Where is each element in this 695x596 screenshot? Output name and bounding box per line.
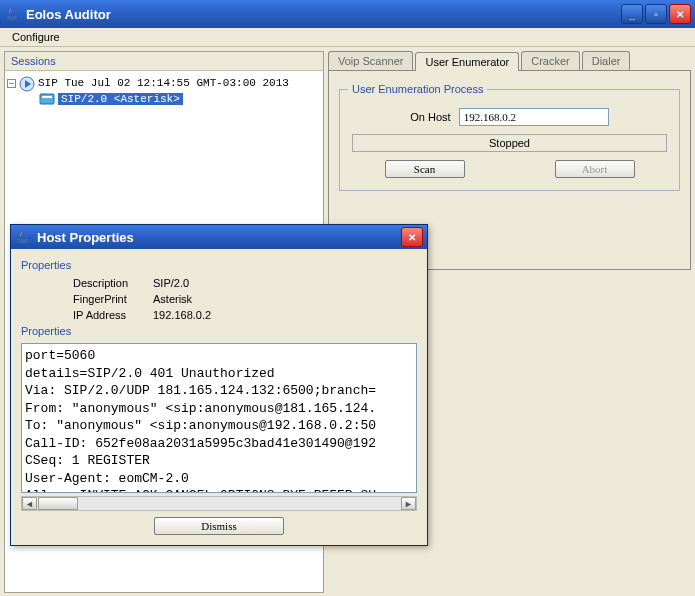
ip-value: 192.168.0.2: [153, 309, 211, 321]
scroll-left-icon[interactable]: ◄: [22, 497, 37, 510]
tab-row: Voip Scanner User Enumerator Cracker Dia…: [328, 51, 691, 70]
tab-cracker[interactable]: Cracker: [521, 51, 580, 70]
window-buttons: _ ▫ ✕: [621, 4, 691, 24]
fp-value: Asterisk: [153, 293, 192, 305]
tree-host-row[interactable]: SIP/2.0 <Asterisk>: [7, 91, 321, 107]
java-icon: [4, 6, 20, 22]
desc-key: Description: [73, 277, 153, 289]
raw-properties-textarea[interactable]: port=5060 details=SIP/2.0 401 Unauthoriz…: [21, 343, 417, 493]
menubar: Configure: [0, 28, 695, 47]
java-icon: [15, 229, 31, 245]
dialog-close-button[interactable]: ✕: [401, 227, 423, 247]
user-enum-group: User Enumeration Process On Host Stopped…: [339, 89, 680, 191]
menu-configure[interactable]: Configure: [6, 29, 66, 45]
tab-voip-scanner[interactable]: Voip Scanner: [328, 51, 413, 70]
h-scrollbar[interactable]: ◄ ►: [21, 496, 417, 511]
sessions-title: Sessions: [5, 52, 323, 71]
section1-title: Properties: [21, 259, 417, 271]
host-properties-dialog: Host Properties ✕ Properties Description…: [10, 224, 428, 546]
group-title: User Enumeration Process: [348, 83, 487, 95]
svg-rect-2: [40, 94, 54, 104]
ip-key: IP Address: [73, 309, 153, 321]
main-titlebar: Eolos Auditor _ ▫ ✕: [0, 0, 695, 28]
on-host-input[interactable]: [459, 108, 609, 126]
status-text: Stopped: [352, 134, 667, 152]
svg-rect-3: [42, 96, 52, 98]
fp-key: FingerPrint: [73, 293, 153, 305]
section2-title: Properties: [21, 325, 417, 337]
dialog-body: Properties DescriptionSIP/2.0 FingerPrin…: [11, 249, 427, 545]
tree-session-row[interactable]: − SIP Tue Jul 02 12:14:55 GMT-03:00 2013: [7, 75, 321, 91]
close-button[interactable]: ✕: [669, 4, 691, 24]
dialog-title: Host Properties: [37, 230, 401, 245]
scan-button[interactable]: Scan: [385, 160, 465, 178]
scroll-right-icon[interactable]: ►: [401, 497, 416, 510]
desc-value: SIP/2.0: [153, 277, 189, 289]
abort-button[interactable]: Abort: [555, 160, 635, 178]
maximize-button[interactable]: ▫: [645, 4, 667, 24]
dismiss-button[interactable]: Dismiss: [154, 517, 284, 535]
tab-dialer[interactable]: Dialer: [582, 51, 631, 70]
play-icon: [19, 76, 35, 90]
dialog-titlebar[interactable]: Host Properties ✕: [11, 225, 427, 249]
expander-icon[interactable]: −: [7, 79, 16, 88]
session-label: SIP Tue Jul 02 12:14:55 GMT-03:00 2013: [38, 77, 289, 89]
main-title: Eolos Auditor: [26, 7, 621, 22]
scroll-thumb[interactable]: [38, 497, 78, 510]
host-label: SIP/2.0 <Asterisk>: [58, 93, 183, 105]
host-icon: [39, 92, 55, 106]
on-host-label: On Host: [410, 111, 450, 123]
minimize-button[interactable]: _: [621, 4, 643, 24]
tab-user-enumerator[interactable]: User Enumerator: [415, 52, 519, 71]
